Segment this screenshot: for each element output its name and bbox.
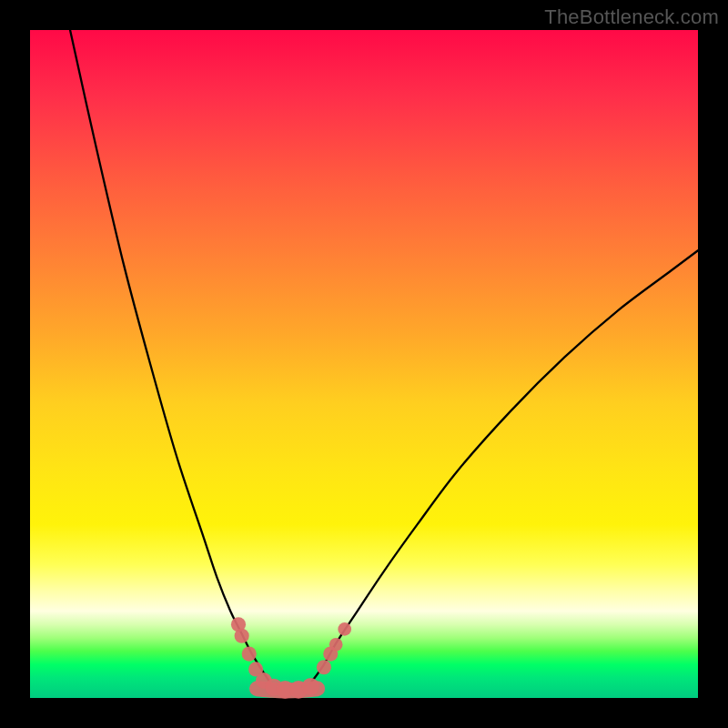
marker-dot — [302, 678, 319, 695]
marker-dot — [317, 660, 331, 674]
marker-dot — [242, 646, 257, 661]
marker-dot — [329, 638, 343, 652]
marker-dot — [235, 629, 249, 643]
watermark-text: TheBottleneck.com — [544, 5, 719, 29]
chart-frame: TheBottleneck.com — [0, 0, 728, 728]
marker-dot — [338, 622, 351, 636]
chart-overlay — [30, 30, 698, 698]
curve-left-curve — [70, 30, 270, 683]
marker-dots — [231, 617, 351, 699]
curve-group — [70, 30, 698, 683]
plot-area — [30, 30, 698, 698]
curve-right-curve — [310, 250, 698, 683]
